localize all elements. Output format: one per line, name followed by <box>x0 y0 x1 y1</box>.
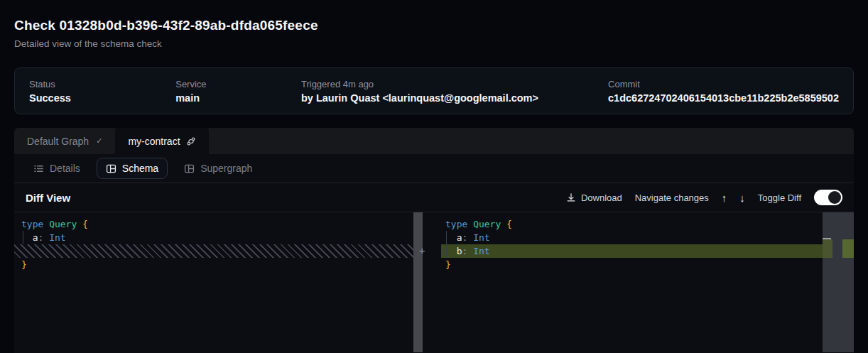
toggle-diff-switch[interactable] <box>814 190 842 205</box>
tab-details[interactable]: Details <box>24 158 89 179</box>
tab-supergraph-label: Supergraph <box>200 163 252 174</box>
toggle-knob <box>828 191 841 204</box>
tab-details-label: Details <box>50 163 80 174</box>
columns-icon <box>184 163 195 174</box>
diff-view-title: Diff View <box>26 192 70 204</box>
commit-label: Commit <box>608 79 839 89</box>
columns-icon <box>106 163 116 174</box>
navigate-changes-button[interactable]: Navigate changes <box>635 192 709 203</box>
download-icon <box>566 192 576 202</box>
indent-guide <box>446 231 447 258</box>
navigate-changes-label: Navigate changes <box>635 192 709 203</box>
triggered-label: Triggered 4m ago <box>301 79 608 89</box>
diff-code-line: a: Int <box>441 231 854 244</box>
diff-controls: Download Navigate changes ↑ ↓ Toggle Dif… <box>566 190 842 205</box>
triggered-field: Triggered 4m ago by Laurin Quast <laurin… <box>301 79 608 104</box>
arrow-down-icon: ↓ <box>739 192 745 204</box>
graph-tab-strip: Default Graph ✓ my-contract <box>14 128 854 154</box>
page-subtitle: Detailed view of the schema check <box>14 38 854 50</box>
diff-code-line: type Query { <box>14 217 423 231</box>
scrollbar-thumb-edge <box>823 238 831 239</box>
check-icon: ✓ <box>96 136 102 146</box>
added-line-plus-sign: + <box>419 244 425 258</box>
check-content-panel: Details Schema Supergraph <box>14 154 854 353</box>
diff-code-line: } <box>441 258 854 271</box>
schema-diff-editor: type Query { a: Int} type Query { a: Int… <box>14 212 854 352</box>
list-icon <box>33 163 44 174</box>
toggle-diff-label: Toggle Diff <box>758 192 801 203</box>
arrow-up-icon: ↑ <box>722 192 727 204</box>
service-field: Service main <box>175 79 301 104</box>
diff-pane-right[interactable]: type Query { a: Int b: Int} <box>441 212 854 352</box>
tab-my-contract[interactable]: my-contract <box>115 128 208 154</box>
diff-code-line: } <box>14 258 423 271</box>
diff-pane-left[interactable]: type Query { a: Int} <box>14 212 423 352</box>
tab-supergraph[interactable]: Supergraph <box>175 158 261 179</box>
triggered-value: by Laurin Quast <laurinquast@googlemail.… <box>301 92 608 104</box>
tab-schema[interactable]: Schema <box>97 158 168 179</box>
status-label: Status <box>29 79 175 89</box>
check-summary-card: Status Success Service main Triggered 4m… <box>14 67 854 114</box>
view-tab-bar: Details Schema Supergraph <box>14 154 854 183</box>
added-change-marker <box>842 239 854 258</box>
diff-added-line: b: Int <box>441 244 854 258</box>
diff-left-lines: type Query { a: Int} <box>14 217 423 271</box>
commit-value: c1dc62724702406154013cbe11b225b2e5859502 <box>608 92 839 104</box>
right-scrollbar[interactable] <box>823 212 854 352</box>
download-label: Download <box>581 192 622 203</box>
diff-code-line: type Query { <box>441 217 854 231</box>
status-value: Success <box>29 92 175 104</box>
tab-default-graph-label: Default Graph <box>27 136 89 147</box>
left-scrollbar[interactable] <box>413 212 423 352</box>
diff-removed-placeholder-line <box>14 244 413 258</box>
tab-schema-label: Schema <box>122 163 158 174</box>
diff-code-line: a: Int <box>14 231 423 244</box>
service-label: Service <box>175 79 301 89</box>
diff-panel: Diff View Download Navigate changes ↑ <box>14 183 854 353</box>
page-header: Check 01328b0d-b396-43f2-89ab-dfda065fee… <box>0 0 868 50</box>
previous-change-button[interactable]: ↑ <box>722 192 727 203</box>
service-value: main <box>175 92 301 104</box>
tab-my-contract-label: my-contract <box>128 136 180 147</box>
download-button[interactable]: Download <box>566 192 622 203</box>
commit-field: Commit c1dc62724702406154013cbe11b225b2e… <box>608 79 839 104</box>
diff-header: Diff View Download Navigate changes ↑ <box>14 183 854 212</box>
git-compare-icon <box>186 136 196 146</box>
next-change-button[interactable]: ↓ <box>739 192 745 203</box>
added-line-scroll-tint <box>823 239 832 258</box>
indent-guide <box>23 231 23 244</box>
status-field: Status Success <box>29 79 175 104</box>
tab-default-graph[interactable]: Default Graph ✓ <box>14 128 115 154</box>
diff-right-lines: type Query { a: Int b: Int} <box>441 217 854 271</box>
page-title: Check 01328b0d-b396-43f2-89ab-dfda065fee… <box>14 18 854 33</box>
